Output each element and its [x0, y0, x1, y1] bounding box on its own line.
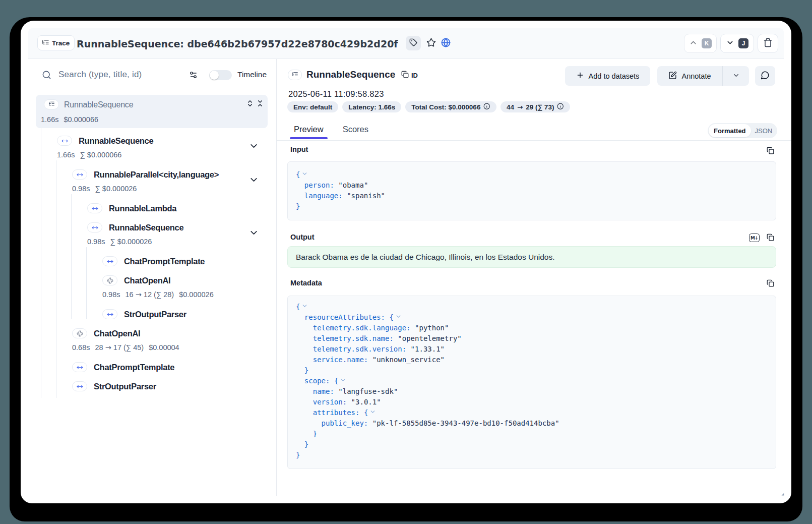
- trace-badge: Latency: 1.66s: [342, 101, 401, 112]
- chevron-down-icon[interactable]: [248, 227, 259, 240]
- trace-badges: Env: defaultLatency: 1.66sTotal Cost: $0…: [287, 101, 570, 112]
- info-icon: [483, 103, 490, 111]
- tab-preview[interactable]: Preview: [290, 125, 328, 139]
- tree-item[interactable]: StrOutputParser: [72, 381, 268, 391]
- next-trace-button[interactable]: J: [720, 34, 754, 53]
- collapse-all-icon[interactable]: [256, 99, 264, 109]
- tree-item-label: ChatOpenAI: [94, 329, 140, 338]
- format-option-json[interactable]: JSON: [751, 127, 777, 135]
- tree-item-label: RunnableLambda: [109, 204, 176, 213]
- tree-item[interactable]: StrOutputParser: [102, 309, 268, 319]
- trace-detail-panel: RunnableSequence ID Add to datasets Anno…: [277, 59, 791, 496]
- trace-badge: Total Cost: $0.000066: [405, 101, 496, 112]
- annotate-button[interactable]: Annotate: [657, 66, 723, 86]
- delete-trace-button[interactable]: [758, 34, 778, 53]
- trace-type-badge: Trace: [37, 35, 75, 50]
- panel-type-pill: [288, 70, 302, 80]
- chevron-down-icon[interactable]: [248, 141, 259, 153]
- trace-peek-window: Trace RunnableSequence: dbe646b2b67957d2…: [21, 21, 791, 503]
- move-horizontal-icon: [72, 381, 87, 391]
- tab-scores[interactable]: Scores: [339, 125, 372, 139]
- output-block: Barack Obama es de la ciudad de Chicago,…: [287, 246, 776, 268]
- tree-item[interactable]: RunnableSequence1.66s∑ $0.000066: [57, 136, 268, 160]
- list-tree-icon: [291, 71, 298, 80]
- copy-icon[interactable]: [767, 234, 774, 243]
- move-horizontal-icon: [102, 256, 117, 266]
- annotate-split-button[interactable]: Annotate: [657, 66, 749, 86]
- tree-item[interactable]: ChatPromptTemplate: [102, 256, 268, 266]
- format-option-formatted[interactable]: Formatted: [709, 124, 751, 137]
- kbd-k: K: [702, 38, 712, 48]
- markdown-toggle-icon[interactable]: M↓: [749, 234, 760, 242]
- chevron-down-icon: [732, 72, 740, 81]
- kbd-j: J: [738, 38, 748, 48]
- bookmark-star-button[interactable]: [425, 38, 436, 49]
- tree-item[interactable]: RunnableParallel<city,language>0.98s∑ $0…: [72, 169, 268, 194]
- move-horizontal-icon: [72, 169, 87, 180]
- move-horizontal-icon: [87, 203, 102, 213]
- observation-tree-sidebar: Search (type, title, id) Timeline Runnab…: [28, 59, 276, 496]
- add-to-datasets-label: Add to datasets: [589, 72, 640, 80]
- tree-item-metrics: 0.68s28 → 17 (∑ 45)$0.00004: [72, 343, 268, 351]
- copy-icon[interactable]: [767, 279, 774, 289]
- fan-icon: [72, 328, 87, 338]
- tags-button[interactable]: [406, 36, 421, 50]
- move-horizontal-icon: [57, 136, 72, 146]
- star-icon: [426, 38, 436, 49]
- previous-trace-button[interactable]: K: [684, 34, 717, 53]
- resize-grip-icon[interactable]: [781, 493, 784, 496]
- tree-item-label: RunnableSequence: [79, 136, 153, 146]
- timeline-label: Timeline: [237, 70, 267, 79]
- trace-timestamp: 2025-06-11 11:09:58.823: [288, 89, 384, 99]
- input-code-block: { person: "obama" language: "spanish"}: [287, 161, 776, 220]
- tree-item[interactable]: RunnableSequence0.98s∑ $0.000026: [87, 222, 268, 247]
- collapse-chevron-icon[interactable]: [395, 312, 402, 323]
- tree-item[interactable]: ChatOpenAI0.68s28 → 17 (∑ 45)$0.00004: [72, 328, 268, 353]
- move-horizontal-icon: [102, 309, 117, 319]
- metadata-code-block: { resourceAttributes: { telemetry.sdk.la…: [287, 296, 776, 469]
- comments-button[interactable]: [755, 66, 775, 86]
- trace-type-label: Trace: [52, 39, 70, 47]
- copy-icon[interactable]: [767, 147, 774, 156]
- metadata-heading: Metadata: [290, 279, 322, 287]
- tree-item[interactable]: RunnableLambda: [87, 203, 268, 213]
- copy-id-button[interactable]: ID: [401, 71, 418, 80]
- panel-title: RunnableSequence: [306, 69, 395, 80]
- tree-root-label: RunnableSequence: [64, 100, 133, 109]
- tree-item-metrics: 1.66s∑ $0.000066: [57, 151, 268, 158]
- publish-globe-button[interactable]: [440, 38, 451, 49]
- trash-icon: [763, 38, 773, 49]
- collapse-chevron-icon[interactable]: [301, 169, 308, 180]
- trace-pill: [44, 99, 59, 109]
- trace-title: RunnableSequence: dbe646b2b67957d22e8780…: [77, 28, 398, 59]
- timeline-toggle[interactable]: [209, 70, 232, 80]
- tree-item-metrics: 0.98s∑ $0.000026: [72, 185, 268, 192]
- collapse-chevron-icon[interactable]: [340, 376, 346, 386]
- globe-icon: [441, 38, 451, 49]
- collapse-chevron-icon[interactable]: [301, 302, 308, 312]
- collapse-chevron-icon[interactable]: [369, 407, 376, 418]
- tree-item-label: ChatPromptTemplate: [124, 257, 205, 266]
- format-toggle: FormattedJSON: [708, 123, 777, 138]
- chevron-down-icon[interactable]: [248, 174, 259, 187]
- chevron-up-icon: [689, 38, 698, 49]
- chevron-down-icon: [726, 38, 734, 49]
- search-input[interactable]: Search (type, title, id): [58, 70, 142, 80]
- add-to-datasets-button[interactable]: Add to datasets: [565, 66, 650, 86]
- expand-all-icon[interactable]: [246, 99, 254, 109]
- tabs-divider: [277, 140, 791, 141]
- panel-tabs: PreviewScores: [290, 125, 372, 139]
- tree-item-label: ChatOpenAI: [124, 276, 170, 285]
- annotate-dropdown[interactable]: [723, 66, 749, 86]
- list-tree-icon: [42, 38, 49, 48]
- move-horizontal-icon: [87, 222, 102, 232]
- tree-item[interactable]: ChatOpenAI0.98s16 → 12 (∑ 28)$0.000026: [102, 275, 268, 300]
- observation-tree: RunnableSequence 1.66s $0.000066 Runnabl…: [36, 95, 268, 398]
- tree-item[interactable]: ChatPromptTemplate: [72, 362, 268, 372]
- tree-item-label: RunnableParallel<city,language>: [94, 170, 219, 180]
- copy-icon: [401, 71, 409, 80]
- search-icon: [42, 70, 51, 82]
- tree-root-row[interactable]: RunnableSequence 1.66s $0.000066: [36, 95, 268, 128]
- input-heading: Input: [290, 145, 308, 153]
- filter-settings-icon[interactable]: [189, 71, 198, 81]
